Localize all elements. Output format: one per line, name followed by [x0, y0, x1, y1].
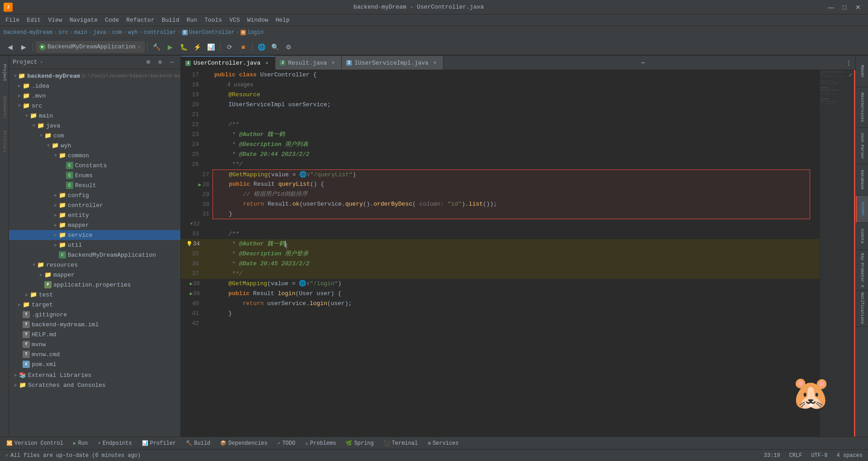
restservices-panel-tab[interactable]: RestServices [856, 87, 868, 128]
tree-java[interactable]: ▼ 📁 java [9, 121, 180, 131]
tab-iuserserviceimpl[interactable]: I IUserServiceImpl.java × [342, 56, 443, 70]
menu-code[interactable]: Code [101, 14, 123, 26]
bookmarks-tool-icon[interactable]: Bookmarks [1, 94, 8, 121]
tree-mvn[interactable]: ▶ 📁 .mvn [9, 91, 180, 101]
tree-target[interactable]: ▶ 📁 target [9, 300, 180, 310]
tab-usercontroller-close[interactable]: × [263, 60, 270, 67]
tree-util[interactable]: ▶ 📁 util [9, 240, 180, 250]
tree-service[interactable]: ▶ 📁 service [9, 230, 180, 240]
tree-root[interactable]: ▼ 📁 backend-myDream D:\Tools\JavaWorkSpa… [9, 71, 180, 81]
tree-main[interactable]: ▼ 📁 main [9, 111, 180, 121]
tab-usercontroller[interactable]: J UserController.java × [181, 56, 275, 70]
menu-help[interactable]: Help [272, 14, 293, 26]
tabs-more-button[interactable]: ⋯ [637, 56, 649, 70]
tree-config[interactable]: ▶ 📁 config [9, 190, 180, 200]
tab-result-close[interactable]: × [330, 59, 337, 66]
tree-backendapp[interactable]: ▶ C BackendMyDreamApplication [9, 250, 180, 260]
notifications-panel-tab[interactable]: Notifications [856, 291, 868, 327]
run-gutter-icon-38[interactable]: ▶ [190, 279, 193, 289]
editor-more-button[interactable]: ⋮ [843, 56, 855, 70]
tree-iml[interactable]: ▶ T backend-mydream.iml [9, 320, 180, 329]
sidebar-minimize-button[interactable]: — [167, 57, 177, 67]
tree-result[interactable]: ▶ C Result [9, 180, 180, 190]
tree-src[interactable]: ▼ 📁 src [9, 101, 180, 111]
build-button[interactable]: 🔨 [151, 41, 163, 53]
status-ok-indicator[interactable]: ✓ All files are up-to-date (6 minutes ag… [4, 451, 142, 460]
tree-enums[interactable]: ▶ C Enums [9, 170, 180, 180]
build-tab[interactable]: 🔨 Build [181, 437, 215, 449]
profile-button[interactable]: 📊 [205, 41, 217, 53]
profiler-tab[interactable]: 📊 Profiler [137, 437, 181, 449]
tree-pomxml[interactable]: ▶ X pom.xml [9, 359, 180, 369]
breadcrumb-wyh[interactable]: wyh [128, 29, 138, 36]
breadcrumb-main[interactable]: main [74, 29, 87, 36]
menu-edit[interactable]: Edit [23, 14, 44, 26]
cursor-position[interactable]: 33:19 [762, 452, 782, 460]
tree-scratches[interactable]: ▶ 📁 Scratches and Consoles [9, 380, 180, 390]
encoding[interactable]: UTF-8 [809, 452, 829, 460]
tree-wyh[interactable]: ▼ 📁 wyh [9, 141, 180, 151]
sidebar-settings-button[interactable]: ⚙ [155, 57, 165, 67]
menu-view[interactable]: View [44, 14, 66, 26]
menu-vcs[interactable]: VCS [226, 14, 243, 26]
run-button[interactable]: ▶ [164, 41, 177, 53]
terminal-tab[interactable]: ⬛ Terminal [379, 437, 423, 449]
tab-result[interactable]: J Result.java × [275, 56, 342, 70]
tree-resources[interactable]: ▼ 📁 resources [9, 260, 180, 270]
maximize-button[interactable]: □ [838, 1, 851, 14]
breadcrumb-project[interactable]: backend-myDream [4, 29, 52, 36]
menu-window[interactable]: Window [244, 14, 272, 26]
breadcrumb-controller[interactable]: controller [144, 29, 176, 36]
todo-tab[interactable]: ✓ TODO [273, 437, 300, 449]
tree-external-libs[interactable]: ▶ 📚 External Libraries [9, 370, 180, 380]
database-panel-tab[interactable]: Database [856, 164, 868, 196]
tree-mapper-res[interactable]: ▶ 📁 mapper [9, 270, 180, 280]
search-everywhere-button[interactable]: 🔍 [269, 41, 282, 53]
tree-idea[interactable]: ▶ 📁 .idea [9, 81, 180, 91]
bulb-icon-34[interactable]: 💡 [186, 239, 193, 249]
debug-button[interactable]: 🐛 [178, 41, 190, 53]
code-editor[interactable]: 17 public class UserController { 18 4 us… [181, 70, 819, 437]
breadcrumb-login[interactable]: m login [241, 29, 264, 36]
run-coverage-button[interactable]: ⚡ [191, 41, 204, 53]
project-tool-icon[interactable]: Project [1, 59, 8, 86]
breadcrumb-src[interactable]: src [58, 29, 68, 36]
tree-mvnwcmd[interactable]: ▶ T mvnw.cmd [9, 349, 180, 359]
run-gutter-icon-39[interactable]: ▶ [190, 289, 193, 299]
breadcrumb-java[interactable]: java [93, 29, 106, 36]
menu-navigate[interactable]: Navigate [66, 14, 101, 26]
line-ending[interactable]: CRLF [788, 452, 804, 460]
tree-entity[interactable]: ▶ 📁 entity [9, 210, 180, 220]
structure-tool-icon[interactable]: Structure [1, 128, 8, 155]
minimize-button[interactable]: — [825, 1, 837, 14]
tree-appprops[interactable]: ▶ P application.properties [9, 280, 180, 290]
jsonparser-panel-tab[interactable]: Json Parser [856, 128, 868, 164]
indent-setting[interactable]: 4 spaces [835, 452, 864, 460]
close-button[interactable]: ✕ [852, 1, 864, 14]
tree-mvnw[interactable]: ▶ T mvnw [9, 339, 180, 349]
tree-com[interactable]: ▼ 📁 com [9, 131, 180, 141]
settings-button[interactable]: ⚙ [283, 41, 295, 53]
tree-gitignore[interactable]: ▶ T .gitignore [9, 310, 180, 320]
stop-button[interactable]: ■ [237, 41, 250, 53]
menu-run[interactable]: Run [183, 14, 201, 26]
keypromoter-panel-tab[interactable]: Key Promoter X [856, 250, 868, 291]
breadcrumb-com[interactable]: com [112, 29, 122, 36]
run-tab[interactable]: ▶ Run [69, 437, 92, 449]
collapse-all-button[interactable]: ⊞ [143, 57, 153, 67]
spring-tab[interactable]: 🌿 Spring [341, 437, 378, 449]
tree-controller[interactable]: ▶ 📁 controller [9, 200, 180, 210]
xcoder-panel-tab[interactable]: Xcoder [856, 196, 868, 223]
tree-test[interactable]: ▶ 📁 test [9, 290, 180, 300]
codota-panel-tab[interactable]: Codota [856, 223, 868, 250]
sidebar-dropdown-icon[interactable]: ▾ [40, 59, 43, 65]
dependencies-tab[interactable]: 📦 Dependencies [216, 437, 272, 449]
menu-tools[interactable]: Tools [201, 14, 226, 26]
endpoints-tab[interactable]: ⚡ Endpoints [93, 437, 136, 449]
translate-button[interactable]: 🌐 [255, 41, 268, 53]
menu-refactor[interactable]: Refactor [123, 14, 158, 26]
menu-file[interactable]: File [2, 14, 23, 26]
tab-iuserserviceimpl-close[interactable]: × [431, 59, 439, 66]
problems-tab[interactable]: ⚠ Problems [301, 437, 340, 449]
run-config-selector[interactable]: ▶ BackendMyDreamApplication ▾ [36, 41, 145, 53]
